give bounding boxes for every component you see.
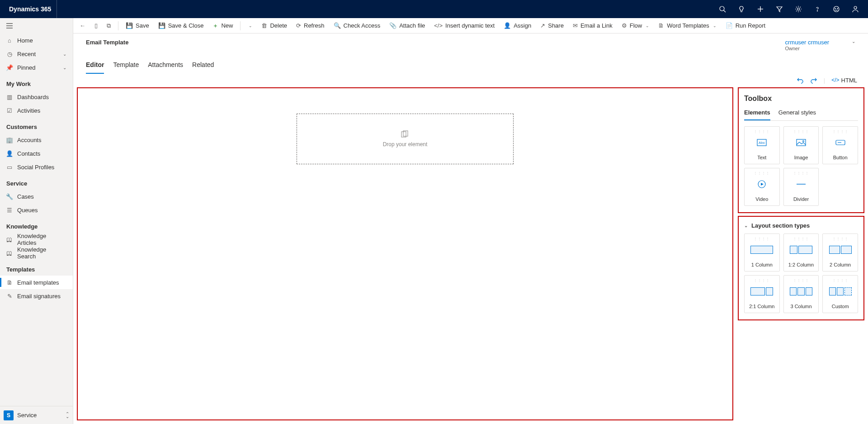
delete-button[interactable]: 🗑Delete	[257, 18, 292, 33]
element-divider[interactable]: ⋮⋮⋮⋮ Divider	[783, 168, 819, 206]
template-icon: 🗎	[6, 279, 13, 286]
save-close-button[interactable]: 💾Save & Close	[154, 18, 208, 33]
toolbox-tab-elements[interactable]: Elements	[744, 107, 770, 120]
layout-12col[interactable]: ⋮⋮⋮⋮ 1:2 Column	[783, 233, 819, 272]
search-icon[interactable]	[713, 0, 731, 18]
nav-dashboards[interactable]: ▥Dashboards	[0, 90, 73, 104]
element-button[interactable]: ⋮⋮⋮⋮ Button	[822, 126, 858, 164]
element-text-label: Text	[757, 155, 766, 160]
undo-button[interactable]	[797, 76, 804, 84]
layout-21col[interactable]: ⋮⋮⋮⋮ 2:1 Column	[744, 275, 780, 313]
redo-button[interactable]	[810, 76, 817, 84]
panel-toggle-button[interactable]: ▯	[90, 18, 102, 33]
html-view-button[interactable]: </>HTML	[831, 77, 857, 84]
nav-email-templates[interactable]: 🗎Email templates	[0, 276, 73, 289]
nav-pinned-label: Pinned	[17, 64, 35, 71]
command-bar: ← ▯ ⧉ 💾Save 💾Save & Close ＋New ⌄ 🗑Delete…	[73, 18, 868, 33]
layout-12col-preview	[790, 246, 812, 254]
code-icon: </>	[831, 77, 839, 83]
dashboard-icon: ▥	[6, 94, 13, 100]
nav-contacts[interactable]: 👤Contacts	[0, 147, 73, 160]
nav-home[interactable]: ⌂Home	[0, 33, 73, 47]
nav-group-service: Service	[0, 174, 73, 190]
layout-1col[interactable]: ⋮⋮⋮⋮ 1 Column	[744, 233, 780, 272]
gear-icon[interactable]	[789, 0, 807, 18]
email-link-button[interactable]: ✉Email a Link	[568, 18, 617, 33]
nav-home-label: Home	[17, 37, 33, 44]
html-label: HTML	[841, 77, 857, 84]
new-button[interactable]: ＋New	[208, 18, 237, 33]
image-icon	[796, 136, 806, 149]
app-switcher[interactable]: S Service ⌃⌄	[0, 406, 73, 424]
design-canvas[interactable]: Drop your element	[77, 87, 733, 420]
nav-email-signatures[interactable]: ✎Email signatures	[0, 289, 73, 303]
tab-template[interactable]: Template	[113, 58, 139, 74]
back-button[interactable]: ←	[75, 18, 90, 33]
chevron-down-icon: ⌄	[249, 24, 252, 28]
nav-pinned[interactable]: 📌Pinned⌄	[0, 61, 73, 74]
element-button-label: Button	[833, 155, 848, 160]
account-icon[interactable]	[846, 0, 864, 18]
toolbox-panel: Toolbox Elements General styles ⋮⋮⋮⋮ Abc…	[738, 87, 864, 213]
chevron-down-icon: ⌄	[646, 24, 649, 28]
nav-knowledge-search[interactable]: 🕮Knowledge Search	[0, 246, 73, 260]
drop-zone[interactable]: Drop your element	[297, 114, 514, 164]
element-video-label: Video	[755, 196, 768, 202]
nav-cases-label: Cases	[17, 193, 34, 200]
nav-activities[interactable]: ☑Activities	[0, 104, 73, 117]
attach-file-button[interactable]: 📎Attach file	[385, 18, 429, 33]
feedback-icon[interactable]	[827, 0, 845, 18]
flow-button[interactable]: ⚙Flow⌄	[617, 18, 654, 33]
tab-attachments[interactable]: Attachments	[148, 58, 183, 74]
flow-label: Flow	[630, 22, 642, 29]
nav-toggle-button[interactable]	[0, 18, 73, 33]
element-text[interactable]: ⋮⋮⋮⋮ Abc Text	[744, 126, 780, 164]
page-header: Email Template crmuser crmuser Owner ⌄ E…	[73, 33, 868, 74]
add-icon[interactable]	[751, 0, 769, 18]
header-expand-button[interactable]: ⌄	[852, 39, 855, 44]
refresh-button[interactable]: ⟳Refresh	[292, 18, 329, 33]
layout-2col-label: 2 Column	[830, 262, 851, 267]
nav-cases[interactable]: 🔧Cases	[0, 190, 73, 203]
nav-group-knowledge: Knowledge	[0, 217, 73, 233]
site-nav: ⌂Home ◷Recent⌄ 📌Pinned⌄ My Work ▥Dashboa…	[0, 18, 73, 424]
nav-group-mywork: My Work	[0, 74, 73, 90]
nav-recent[interactable]: ◷Recent⌄	[0, 47, 73, 61]
help-icon[interactable]	[808, 0, 826, 18]
layout-custom[interactable]: ⋮⋮⋮⋮ Custom	[822, 275, 858, 313]
nav-accounts-label: Accounts	[17, 137, 41, 143]
nav-group-customers: Customers	[0, 117, 73, 133]
nav-queues[interactable]: ☰Queues	[0, 203, 73, 217]
run-report-button[interactable]: 📄Run Report	[721, 18, 770, 33]
global-header-actions	[713, 0, 864, 18]
element-image[interactable]: ⋮⋮⋮⋮ Image	[783, 126, 819, 164]
nav-accounts[interactable]: 🏢Accounts	[0, 133, 73, 147]
layout-header-toggle[interactable]: ⌄ Layout section types	[744, 222, 858, 229]
assign-label: Assign	[514, 22, 531, 29]
lightbulb-icon[interactable]	[732, 0, 750, 18]
open-new-window-button[interactable]: ⧉	[102, 18, 115, 33]
nav-ks-label: Knowledge Search	[17, 246, 66, 260]
toolbox-title: Toolbox	[744, 95, 858, 103]
divider-icon	[796, 178, 806, 191]
layout-21col-preview	[750, 287, 773, 295]
tab-editor[interactable]: Editor	[86, 58, 104, 74]
nav-social-profiles[interactable]: ▭Social Profiles	[0, 160, 73, 174]
word-templates-button[interactable]: 🗎Word Templates⌄	[654, 18, 721, 33]
element-video[interactable]: ⋮⋮⋮⋮ Video	[744, 168, 780, 206]
save-button[interactable]: 💾Save	[121, 18, 154, 33]
toolbox-tab-styles[interactable]: General styles	[778, 107, 816, 120]
drop-text: Drop your element	[383, 141, 428, 148]
layout-2col[interactable]: ⋮⋮⋮⋮ 2 Column	[822, 233, 858, 272]
nav-contacts-label: Contacts	[17, 150, 40, 157]
filter-icon[interactable]	[770, 0, 788, 18]
new-dropdown-button[interactable]: ⌄	[243, 18, 257, 33]
tab-related[interactable]: Related	[192, 58, 214, 74]
share-button[interactable]: ↗Share	[536, 18, 568, 33]
check-access-button[interactable]: 🔍Check Access	[329, 18, 385, 33]
nav-knowledge-articles[interactable]: 🕮Knowledge Articles	[0, 233, 73, 246]
owner-link[interactable]: crmuser crmuser	[785, 39, 829, 46]
layout-3col[interactable]: ⋮⋮⋮⋮ 3 Column	[783, 275, 819, 313]
assign-button[interactable]: 👤Assign	[499, 18, 536, 33]
insert-dynamic-text-button[interactable]: </>Insert dynamic text	[429, 18, 499, 33]
